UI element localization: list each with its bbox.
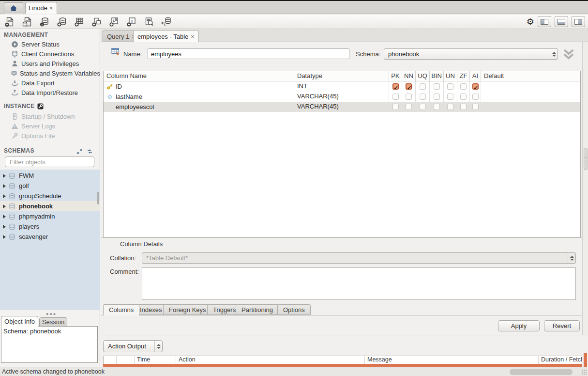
open-sql-file-icon[interactable]: SQL [21,16,33,28]
filter-objects-input[interactable] [10,158,95,166]
sidebar-item-server-status[interactable]: Server Status [0,39,100,49]
comment-textarea[interactable] [142,267,576,300]
create-schema-icon[interactable] [56,16,68,28]
checkbox-pk[interactable] [392,83,399,90]
checkbox-uq[interactable] [420,94,426,100]
revert-button[interactable]: Revert [544,320,580,331]
expander-icon[interactable] [3,235,6,239]
tab-session[interactable]: Session [39,317,67,327]
toggle-bottom-panel-button[interactable] [555,16,568,27]
expander-icon[interactable] [3,204,6,208]
header-pk[interactable]: PK [389,71,402,81]
column-default[interactable] [481,102,580,112]
resize-grip-icon[interactable] [581,369,587,375]
header-message[interactable]: Message [365,356,539,364]
apply-button[interactable]: Apply [498,320,540,331]
checkbox-nn[interactable] [406,104,412,110]
header-zf[interactable]: ZF [457,71,470,81]
tab-foreign-keys[interactable]: Foreign Keys [163,304,212,315]
reconnect-database-icon[interactable] [161,16,172,28]
checkbox-bin[interactable] [434,83,440,90]
column-default[interactable] [481,81,580,92]
table-name-input[interactable] [148,48,349,59]
search-table-data-icon[interactable] [143,16,155,28]
checkbox-nn[interactable] [406,94,412,100]
header-default[interactable]: Default [481,71,580,81]
stepper-icon[interactable] [568,253,575,263]
close-icon[interactable] [49,4,53,12]
horizontal-scrollbar-handle[interactable] [510,369,573,375]
header-bin[interactable]: BIN [430,71,444,81]
refresh-schemas-icon[interactable] [87,148,93,155]
tab-object-info[interactable]: Object Info [1,316,38,327]
sidebar-item-options-file[interactable]: Options File [0,131,100,141]
action-output-select[interactable]: Action Output [103,340,163,352]
new-sql-tab-icon[interactable]: SQL [4,16,15,28]
header-column-name[interactable]: Column Name [104,71,294,81]
checkbox-ai[interactable] [472,104,479,110]
checkbox-uq[interactable] [420,104,426,110]
column-datatype[interactable]: VARCHAR(45) [294,102,389,112]
stepper-icon[interactable] [154,341,162,352]
vertical-scrollbar-track[interactable] [582,42,588,335]
sidebar-scrollbar[interactable] [97,192,99,204]
sidebar-item-users-privileges[interactable]: Users and Privileges [0,59,100,68]
header-duration-fetch[interactable]: Duration / Fetch [539,356,582,364]
create-view-icon[interactable] [91,16,103,28]
checkbox-nn[interactable] [406,83,412,90]
schema-filter[interactable] [5,157,94,167]
checkbox-zf[interactable] [460,94,467,100]
sidebar-item-client-connections[interactable]: Client Connections [0,49,100,59]
header-ai[interactable]: AI [470,71,481,81]
header-time[interactable]: Time [135,356,176,364]
header-action[interactable]: Action [176,356,365,364]
expander-icon[interactable] [3,174,6,178]
column-datatype[interactable]: INT [294,81,389,92]
home-tab[interactable] [4,2,23,14]
checkbox-zf[interactable] [460,104,467,110]
sidebar-item-data-import[interactable]: Data Import/Restore [0,88,100,97]
schema-row-players[interactable]: players [0,221,100,232]
expander-icon[interactable] [3,184,6,188]
toggle-right-panel-button[interactable] [572,16,585,27]
sidebar-item-data-export[interactable]: Data Export [0,78,100,88]
create-table-icon[interactable] [74,16,85,28]
tab-employees-table[interactable]: employees - Table [133,30,199,42]
create-function-icon[interactable]: () [126,16,137,28]
expander-icon[interactable] [3,194,6,198]
checkbox-pk[interactable] [392,94,399,100]
column-default[interactable] [481,92,580,102]
schema-select[interactable]: phonebook [384,48,558,60]
header-nn[interactable]: NN [402,71,416,81]
checkbox-ai[interactable] [472,83,479,90]
expander-icon[interactable] [3,225,6,229]
checkbox-bin[interactable] [434,104,440,110]
tab-columns[interactable]: Columns [103,304,139,315]
tab-partitioning[interactable]: Partitioning [236,304,279,315]
stepper-icon[interactable] [550,49,558,59]
toggle-left-panel-button[interactable] [538,16,551,27]
schema-row-golf[interactable]: golf [0,181,100,191]
schema-row-groupschedule[interactable]: groupSchedule [0,191,100,201]
checkbox-pk[interactable] [392,104,399,110]
collation-select[interactable]: *Table Default* [142,252,576,264]
expand-panel-icon[interactable] [76,148,83,155]
close-icon[interactable] [191,33,195,40]
schema-row-phpmyadmin[interactable]: phpmyadmin [0,211,100,221]
schema-row-fwm[interactable]: FWM [0,171,100,181]
chevron-double-down-icon[interactable] [562,48,575,60]
header-uq[interactable]: UQ [416,71,430,81]
header-datatype[interactable]: Datatype [294,71,389,81]
expander-icon[interactable] [3,215,6,219]
tab-options[interactable]: Options [277,304,311,315]
checkbox-bin[interactable] [434,94,440,100]
checkbox-ai[interactable] [472,94,479,100]
column-row-lastname[interactable]: lastName VARCHAR(45) [104,92,580,102]
schema-row-scavenger[interactable]: scavenger [0,232,100,242]
sidebar-item-startup-shutdown[interactable]: Startup / Shutdown [0,111,100,121]
create-procedure-icon[interactable] [108,16,120,28]
checkbox-un[interactable] [447,94,453,100]
checkbox-un[interactable] [447,104,453,110]
checkbox-uq[interactable] [420,83,426,90]
column-row-id[interactable]: ID INT [104,81,580,92]
